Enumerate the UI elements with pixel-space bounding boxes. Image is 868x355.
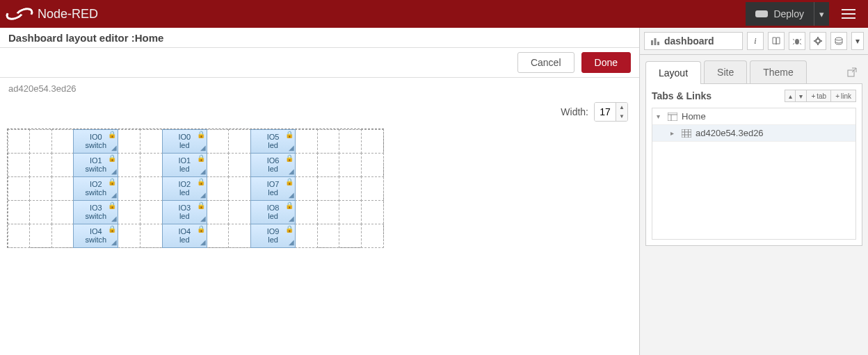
grid-cell[interactable]	[118, 129, 140, 154]
resize-grip-icon[interactable]: ◢	[200, 167, 206, 176]
width-increment-button[interactable]: ▲	[616, 103, 627, 112]
grid-cell[interactable]	[118, 224, 140, 248]
grid-cell[interactable]	[29, 200, 52, 224]
deploy-button[interactable]: Deploy	[746, 2, 814, 26]
grid-cell[interactable]	[317, 176, 340, 201]
grid-cell[interactable]	[29, 153, 52, 177]
dashboard-popout-button[interactable]	[847, 67, 862, 77]
grid-cell[interactable]	[361, 153, 384, 177]
resize-grip-icon[interactable]: ◢	[289, 167, 294, 176]
layout-widget[interactable]: IO8led🔒◢	[250, 200, 296, 224]
grid-cell[interactable]	[118, 176, 140, 201]
grid-cell[interactable]	[51, 129, 74, 154]
grid-cell[interactable]	[339, 176, 362, 201]
resize-grip-icon[interactable]: ◢	[111, 144, 117, 152]
resize-grip-icon[interactable]: ◢	[289, 215, 294, 223]
grid-cell[interactable]	[8, 200, 31, 224]
layout-widget[interactable]: IO0led🔒◢	[162, 129, 207, 154]
grid-cell[interactable]	[317, 224, 340, 248]
grid-cell[interactable]	[8, 176, 31, 201]
layout-widget[interactable]: IO3switch🔒◢	[73, 200, 118, 224]
grid-cell[interactable]	[29, 224, 52, 248]
cancel-button[interactable]: Cancel	[517, 52, 574, 73]
resize-grip-icon[interactable]: ◢	[111, 167, 117, 176]
main-menu-button[interactable]	[835, 2, 862, 26]
grid-cell[interactable]	[207, 176, 230, 201]
deploy-caret-button[interactable]: ▾	[814, 2, 829, 26]
width-input[interactable]	[595, 103, 616, 121]
grid-cell[interactable]	[140, 176, 163, 201]
grid-cell[interactable]	[228, 153, 251, 177]
resize-grip-icon[interactable]: ◢	[200, 191, 206, 199]
resize-grip-icon[interactable]: ◢	[289, 144, 294, 152]
resize-grip-icon[interactable]: ◢	[289, 191, 294, 199]
resize-grip-icon[interactable]: ◢	[200, 215, 206, 223]
layout-grid[interactable]: IO0switch🔒◢IO0led🔒◢IO5led🔒◢IO1switch🔒◢IO…	[7, 129, 384, 248]
layout-widget[interactable]: IO1switch🔒◢	[73, 153, 118, 177]
grid-cell[interactable]	[339, 224, 362, 248]
resize-grip-icon[interactable]: ◢	[111, 238, 117, 247]
grid-cell[interactable]	[228, 129, 251, 154]
grid-cell[interactable]	[29, 176, 52, 201]
expand-all-button[interactable]: ▾	[796, 90, 807, 102]
resize-grip-icon[interactable]: ◢	[289, 238, 294, 247]
grid-cell[interactable]	[51, 153, 74, 177]
grid-cell[interactable]	[228, 224, 251, 248]
grid-cell[interactable]	[228, 176, 251, 201]
grid-cell[interactable]	[140, 200, 163, 224]
grid-cell[interactable]	[339, 200, 362, 224]
sidebar-context-button[interactable]	[830, 32, 847, 50]
grid-cell[interactable]	[140, 129, 163, 154]
grid-cell[interactable]	[317, 129, 340, 154]
layout-widget[interactable]: IO7led🔒◢	[250, 176, 296, 201]
width-decrement-button[interactable]: ▼	[616, 112, 627, 121]
collapse-all-button[interactable]: ▴	[785, 90, 796, 102]
resize-grip-icon[interactable]: ◢	[111, 215, 117, 223]
grid-cell[interactable]	[295, 224, 318, 248]
grid-cell[interactable]	[317, 200, 340, 224]
grid-cell[interactable]	[295, 176, 318, 201]
grid-cell[interactable]	[228, 200, 251, 224]
grid-cell[interactable]	[207, 200, 230, 224]
grid-cell[interactable]	[207, 224, 230, 248]
grid-cell[interactable]	[207, 153, 230, 177]
grid-cell[interactable]	[361, 176, 384, 201]
sidebar-debug-button[interactable]	[789, 32, 805, 50]
grid-cell[interactable]	[8, 129, 31, 154]
grid-cell[interactable]	[361, 224, 384, 248]
sidebar-info-button[interactable]: i	[747, 32, 764, 50]
tab-theme[interactable]: Theme	[750, 60, 807, 83]
layout-widget[interactable]: IO1led🔒◢	[162, 153, 207, 177]
done-button[interactable]: Done	[581, 52, 631, 73]
layout-widget[interactable]: IO6led🔒◢	[250, 153, 296, 177]
grid-cell[interactable]	[207, 129, 230, 154]
grid-cell[interactable]	[361, 129, 384, 154]
tree-group-item[interactable]: ▸ ad420e54.3ed26	[652, 125, 855, 142]
tab-site[interactable]: Site	[704, 60, 747, 83]
grid-cell[interactable]	[118, 200, 140, 224]
grid-cell[interactable]	[51, 176, 74, 201]
grid-cell[interactable]	[295, 200, 318, 224]
tree-tab-home[interactable]: ▾ Home	[652, 108, 855, 125]
grid-cell[interactable]	[29, 129, 52, 154]
sidebar-panel-selector[interactable]: dashboard	[644, 32, 743, 50]
layout-widget[interactable]: IO4led🔒◢	[162, 224, 207, 248]
sidebar-config-button[interactable]	[810, 32, 826, 50]
grid-cell[interactable]	[317, 153, 340, 177]
grid-cell[interactable]	[339, 129, 362, 154]
grid-cell[interactable]	[140, 224, 163, 248]
tab-layout[interactable]: Layout	[645, 61, 701, 84]
grid-cell[interactable]	[51, 200, 74, 224]
layout-widget[interactable]: IO4switch🔒◢	[73, 224, 118, 248]
grid-cell[interactable]	[295, 129, 318, 154]
grid-cell[interactable]	[361, 200, 384, 224]
resize-grip-icon[interactable]: ◢	[200, 144, 206, 152]
layout-widget[interactable]: IO0switch🔒◢	[73, 129, 118, 154]
grid-cell[interactable]	[118, 153, 140, 177]
grid-cell[interactable]	[8, 224, 31, 248]
grid-cell[interactable]	[295, 153, 318, 177]
add-link-button[interactable]: +link	[831, 90, 856, 102]
layout-widget[interactable]: IO5led🔒◢	[250, 129, 296, 154]
grid-cell[interactable]	[140, 153, 163, 177]
resize-grip-icon[interactable]: ◢	[111, 191, 117, 199]
